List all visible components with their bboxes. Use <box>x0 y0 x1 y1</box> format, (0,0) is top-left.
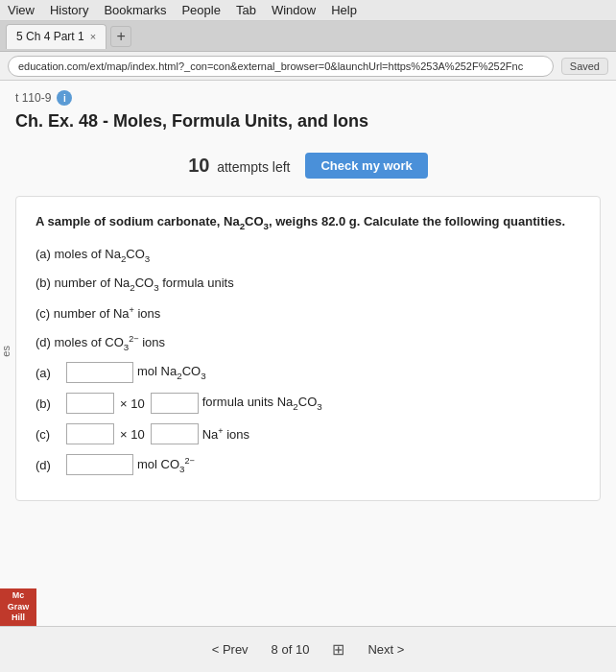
answer-input-a[interactable] <box>66 362 133 383</box>
info-icon[interactable]: i <box>57 90 72 106</box>
menu-history[interactable]: History <box>50 3 88 17</box>
saved-badge: Saved <box>561 58 608 75</box>
browser-menubar: View History Bookmarks People Tab Window… <box>0 0 616 21</box>
next-button[interactable]: Next > <box>367 642 404 657</box>
attempts-label: attempts left <box>217 159 290 175</box>
answer-suffix-a: mol Na2CO3 <box>137 364 206 381</box>
times-ten-c: × 10 <box>120 427 145 442</box>
answer-input-b2[interactable] <box>151 393 199 414</box>
breadcrumb: t 110-9 i <box>15 90 601 106</box>
answer-row-a: (a) mol Na2CO3 <box>36 362 580 383</box>
attempts-text: 10 attempts left <box>188 155 290 177</box>
answer-suffix-d: mol CO32− <box>137 456 195 474</box>
answer-suffix-b: formula units Na2CO3 <box>202 395 322 412</box>
answer-label-d: (d) <box>36 458 62 472</box>
logo-line1: Mc <box>4 590 33 602</box>
answer-input-b1[interactable] <box>66 393 114 414</box>
new-tab-button[interactable]: + <box>110 26 131 47</box>
address-bar[interactable]: education.com/ext/map/index.html?_con=co… <box>8 56 554 77</box>
answer-suffix-c: Na+ ions <box>202 426 249 442</box>
menu-help[interactable]: Help <box>331 3 357 17</box>
logo-line2: Graw <box>4 602 33 613</box>
browser-addressbar: education.com/ext/map/index.html?_con=co… <box>0 52 616 81</box>
answer-input-c2[interactable] <box>151 423 199 444</box>
answer-input-d[interactable] <box>66 454 133 475</box>
bottom-navigation: < Prev 8 of 10 ⊞ Next > <box>0 626 616 672</box>
attempts-count: 10 <box>188 155 209 176</box>
sub-question-c: (c) number of Na+ ions <box>36 303 580 324</box>
menu-window[interactable]: Window <box>272 3 316 17</box>
question-block: A sample of sodium carbonate, Na2CO3, we… <box>15 196 601 501</box>
menu-view[interactable]: View <box>8 3 35 17</box>
page-indicator: 8 of 10 <box>272 642 310 657</box>
menu-tab[interactable]: Tab <box>236 3 256 17</box>
grid-icon[interactable]: ⊞ <box>332 640 344 659</box>
breadcrumb-text: t 110-9 <box>15 91 51 105</box>
times-ten-b: × 10 <box>120 396 145 411</box>
page-title: Ch. Ex. 48 - Moles, Formula Units, and I… <box>15 111 601 139</box>
sub-question-a: (a) moles of Na2CO3 <box>36 245 580 266</box>
answer-row-b: (b) × 10 formula units Na2CO3 <box>36 393 580 414</box>
content-area: t 110-9 i Ch. Ex. 48 - Moles, Formula Un… <box>0 81 616 626</box>
sub-question-d: (d) moles of CO32− ions <box>36 332 580 355</box>
mcgraw-hill-logo: Mc Graw Hill <box>0 588 36 626</box>
prev-button[interactable]: < Prev <box>212 642 249 657</box>
sub-question-b: (b) number of Na2CO3 formula units <box>36 274 580 295</box>
address-text: education.com/ext/map/index.html?_con=co… <box>18 60 523 72</box>
answer-label-a: (a) <box>36 366 62 380</box>
answer-label-b: (b) <box>36 396 62 411</box>
logo-line3: Hill <box>4 612 33 624</box>
attempts-bar: 10 attempts left Check my work <box>15 153 601 179</box>
tab-close-button[interactable]: × <box>90 31 96 42</box>
tab-label: 5 Ch 4 Part 1 <box>16 30 84 43</box>
menu-people[interactable]: People <box>181 3 220 17</box>
question-intro: A sample of sodium carbonate, Na2CO3, we… <box>36 212 580 233</box>
answer-label-c: (c) <box>36 427 62 442</box>
browser-tab[interactable]: 5 Ch 4 Part 1 × <box>6 24 107 49</box>
browser-tabbar: 5 Ch 4 Part 1 × + <box>0 21 616 52</box>
answer-row-d: (d) mol CO32− <box>36 454 580 475</box>
check-work-button[interactable]: Check my work <box>305 153 427 179</box>
menu-bookmarks[interactable]: Bookmarks <box>104 3 166 17</box>
answer-row-c: (c) × 10 Na+ ions <box>36 423 580 444</box>
answer-input-c1[interactable] <box>66 423 114 444</box>
sidebar-label: es <box>0 346 12 357</box>
